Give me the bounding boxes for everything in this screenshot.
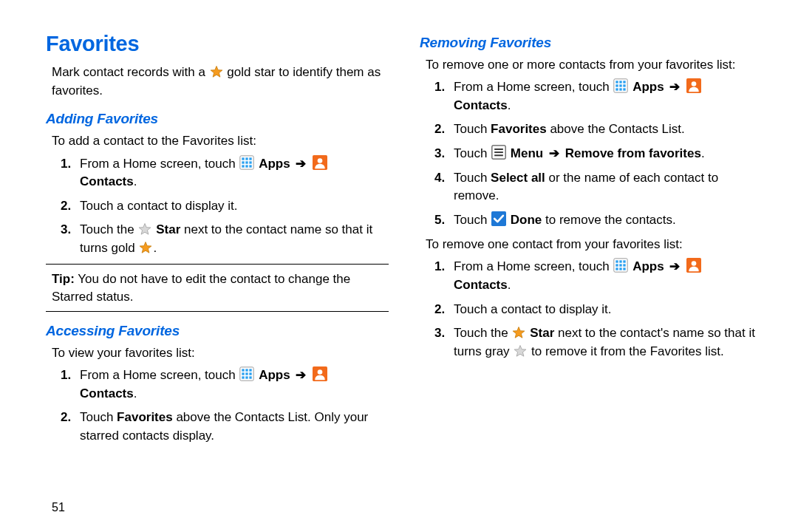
step-text: Touch [454, 213, 491, 227]
list-item: 2. Touch a contact to display it. [61, 197, 389, 216]
step-num: 3. [61, 221, 71, 239]
removing-lead-2: To remove one contact from your favorite… [426, 236, 763, 254]
list-item: 1. From a Home screen, touch Apps ➔ Cont… [61, 155, 389, 191]
accessing-lead: To view your favorites list: [52, 344, 389, 363]
list-item: 1. From a Home screen, touch Apps ➔ Cont… [434, 78, 763, 115]
tail: . [508, 278, 511, 292]
apps-label: Apps [259, 368, 290, 382]
star-label: Star [530, 326, 554, 340]
step-text: Touch the [454, 326, 511, 340]
contacts-label: Contacts [454, 278, 508, 292]
step-text: From a Home screen, touch [80, 157, 239, 171]
contacts-icon [313, 155, 327, 170]
list-item: 1. From a Home screen, touch Apps ➔ Cont… [434, 258, 763, 294]
list-item: 2. Touch Favorites above the Contacts Li… [61, 409, 389, 445]
apps-icon [613, 258, 628, 273]
gray-star-icon [138, 222, 151, 236]
remove-label: Remove from favorites [565, 146, 701, 160]
step-text: Touch [80, 410, 117, 424]
list-item: 2. Touch a contact to display it. [434, 301, 763, 319]
list-item: 4. Touch Select all or the name of each … [434, 169, 763, 205]
step-text: Touch the [80, 222, 137, 236]
contacts-label: Contacts [454, 98, 508, 112]
step-text: Touch [454, 122, 491, 136]
tail: . [153, 241, 157, 255]
step-num: 5. [434, 211, 445, 230]
adding-heading: Adding Favorites [46, 109, 389, 129]
step-num: 1. [61, 366, 71, 385]
accessing-heading: Accessing Favorites [46, 321, 389, 341]
adding-lead: To add a contact to the Favorites list: [52, 132, 389, 151]
step-num: 2. [61, 409, 71, 427]
apps-icon [239, 366, 254, 381]
contacts-label: Contacts [80, 174, 134, 188]
gold-star-icon [139, 241, 152, 254]
step-num: 4. [434, 169, 445, 188]
arrow-icon: ➔ [669, 259, 680, 273]
removing-steps-a: 1. From a Home screen, touch Apps ➔ Cont… [434, 78, 763, 229]
list-item: 3. Touch the Star next to the contact's … [434, 324, 763, 361]
menu-icon [491, 145, 506, 160]
step-text: From a Home screen, touch [454, 80, 613, 94]
removing-lead-1: To remove one or more contacts from your… [426, 56, 763, 75]
list-item: 3. Touch the Star next to the contact na… [61, 221, 389, 257]
arrow-icon: ➔ [549, 146, 559, 160]
intro-text: Mark contact records with a gold star to… [52, 64, 389, 100]
tip-block: Tip: You do not have to edit the contact… [52, 270, 389, 307]
left-column: Favorites Mark contact records with a go… [46, 28, 389, 451]
contacts-icon [686, 258, 701, 273]
adding-steps: 1. From a Home screen, touch Apps ➔ Cont… [61, 155, 389, 258]
list-item: 5. Touch Done to remove the contacts. [434, 211, 763, 230]
step-text: From a Home screen, touch [454, 259, 613, 273]
step-text: Touch a contact to display it. [80, 199, 238, 213]
step-num: 1. [61, 155, 71, 174]
contacts-icon [313, 366, 327, 381]
step-num: 1. [434, 258, 445, 276]
gold-star-icon [512, 326, 525, 339]
done-label: Done [511, 213, 542, 227]
removing-heading: Removing Favorites [420, 33, 763, 53]
menu-label: Menu [511, 146, 543, 160]
removing-steps-b: 1. From a Home screen, touch Apps ➔ Cont… [434, 258, 763, 361]
apps-label: Apps [259, 157, 290, 171]
apps-label: Apps [632, 259, 664, 273]
step-text: From a Home screen, touch [80, 368, 239, 382]
step-text: Touch [454, 171, 491, 185]
step-num: 1. [434, 78, 445, 97]
favorites-label: Favorites [491, 122, 547, 136]
arrow-icon: ➔ [669, 80, 680, 94]
step-num: 3. [434, 324, 445, 343]
list-item: 2. Touch Favorites above the Contacts Li… [434, 120, 763, 139]
section-title: Favorites [46, 28, 389, 59]
step-text-b: to remove the contacts. [542, 213, 675, 227]
right-column: Removing Favorites To remove one or more… [420, 28, 763, 451]
accessing-steps: 1. From a Home screen, touch Apps ➔ Cont… [61, 366, 389, 446]
tail: . [701, 146, 705, 160]
gold-star-icon [210, 65, 223, 78]
apps-label: Apps [632, 80, 664, 94]
star-label: Star [156, 222, 180, 236]
list-item: 3. Touch Menu ➔ Remove from favorites. [434, 145, 763, 163]
intro-a: Mark contact records with a [52, 65, 209, 79]
step-num: 3. [434, 145, 445, 163]
gray-star-icon [514, 344, 527, 358]
step-num: 2. [61, 197, 71, 216]
contacts-icon [686, 78, 701, 93]
step-text: Touch [454, 146, 491, 160]
list-item: 1. From a Home screen, touch Apps ➔ Cont… [61, 366, 389, 403]
done-icon [491, 211, 506, 226]
apps-icon [239, 155, 254, 170]
tail: . [134, 386, 137, 400]
step-num: 2. [434, 120, 445, 139]
arrow-icon: ➔ [296, 157, 306, 171]
tail: . [508, 98, 511, 112]
divider [46, 264, 389, 265]
tip-text: You do not have to edit the contact to c… [52, 272, 350, 304]
step-text-b: above the Contacts List. [547, 122, 685, 136]
step-num: 2. [434, 301, 445, 319]
contacts-label: Contacts [80, 386, 134, 400]
step-text: Touch a contact to display it. [454, 302, 612, 316]
tip-label: Tip: [52, 272, 75, 286]
select-all-label: Select all [491, 171, 545, 185]
tail: . [134, 174, 137, 188]
